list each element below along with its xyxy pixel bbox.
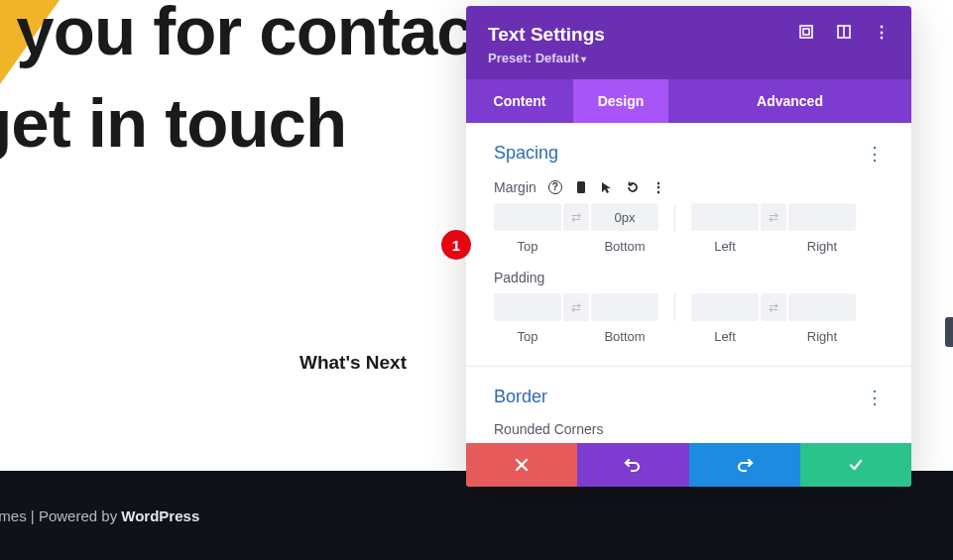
padding-left-input[interactable] <box>691 293 759 321</box>
field-kebab-icon[interactable]: ⋮ <box>652 180 665 194</box>
spacing-section: Spacing ⋮ Margin ? <box>466 123 911 367</box>
svg-rect-1 <box>803 29 809 35</box>
padding-bottom-label: Bottom <box>591 329 658 344</box>
preset-selector[interactable]: Preset: Default▾ <box>488 51 890 79</box>
padding-label: Padding <box>494 270 544 285</box>
spacing-kebab-icon[interactable]: ⋮ <box>866 145 884 163</box>
more-menu-icon[interactable]: ⋮ <box>874 24 890 40</box>
margin-top-input[interactable] <box>494 203 561 231</box>
margin-bottom-input[interactable]: 0px <box>591 203 658 231</box>
margin-left-label: Left <box>691 239 759 254</box>
hero-line-2: We'll get in touch <box>0 85 346 162</box>
preset-value: Default <box>536 51 579 65</box>
padding-top-label: Top <box>494 329 561 344</box>
cancel-button[interactable] <box>466 443 577 487</box>
tab-design[interactable]: Design <box>573 79 668 123</box>
rounded-corners-label: Rounded Corners <box>494 421 884 437</box>
hover-icon[interactable] <box>600 180 614 194</box>
responsive-view-icon[interactable] <box>836 24 852 40</box>
divider <box>674 293 675 321</box>
reset-icon[interactable] <box>626 180 640 194</box>
margin-right-label: Right <box>788 239 856 254</box>
footer-wordpress-link[interactable]: WordPress <box>121 507 199 524</box>
padding-top-input[interactable] <box>494 293 561 321</box>
text-settings-panel: Text Settings ⋮ Preset: Default▾ Content… <box>466 6 911 487</box>
svg-rect-4 <box>577 181 585 193</box>
border-kebab-icon[interactable]: ⋮ <box>866 389 884 406</box>
tab-content[interactable]: Content <box>466 79 573 123</box>
chevron-down-icon: ▾ <box>581 54 586 64</box>
svg-rect-0 <box>800 26 812 38</box>
panel-tabs: Content Design Advanced <box>466 79 911 123</box>
padding-right-input[interactable] <box>788 293 856 321</box>
annotation-step-badge: 1 <box>441 230 471 260</box>
hero-line-1: Thank you for contac <box>0 0 474 69</box>
margin-bottom-label: Bottom <box>591 239 658 254</box>
padding-bottom-input[interactable] <box>591 293 658 321</box>
hero-text: Thank you for contac We'll get in touch <box>0 0 474 169</box>
footer-sep: | <box>27 507 39 524</box>
border-section: Border ⋮ Rounded Corners <box>466 367 911 443</box>
border-title[interactable]: Border <box>494 387 547 407</box>
tab-advanced[interactable]: Advanced <box>668 79 911 123</box>
preset-prefix: Preset: <box>488 51 536 65</box>
footer-themes: emes <box>0 507 27 524</box>
divider <box>674 203 675 231</box>
edge-handle[interactable] <box>945 317 953 347</box>
padding-left-label: Left <box>691 329 759 344</box>
margin-right-input[interactable] <box>788 203 856 231</box>
panel-title: Text Settings <box>488 24 605 46</box>
expand-icon[interactable] <box>798 24 814 40</box>
undo-button[interactable] <box>577 443 688 487</box>
mobile-icon[interactable] <box>574 180 588 194</box>
panel-actions <box>466 443 911 487</box>
link-icon[interactable]: ⇄ <box>761 293 786 321</box>
panel-body: Spacing ⋮ Margin ? <box>466 123 911 443</box>
panel-header: Text Settings ⋮ Preset: Default▾ <box>466 6 911 79</box>
margin-top-label: Top <box>494 239 561 254</box>
link-icon[interactable]: ⇄ <box>761 203 786 231</box>
whats-next-heading: What's Next <box>299 352 407 374</box>
redo-button[interactable] <box>689 443 800 487</box>
link-icon[interactable]: ⇄ <box>563 293 589 321</box>
padding-right-label: Right <box>788 329 856 344</box>
footer-powered: Powered by <box>39 507 121 524</box>
help-icon[interactable]: ? <box>548 180 562 194</box>
margin-left-input[interactable] <box>691 203 759 231</box>
link-icon[interactable]: ⇄ <box>563 203 589 231</box>
confirm-button[interactable] <box>800 443 911 487</box>
margin-label: Margin <box>494 179 536 195</box>
spacing-title[interactable]: Spacing <box>494 143 558 164</box>
